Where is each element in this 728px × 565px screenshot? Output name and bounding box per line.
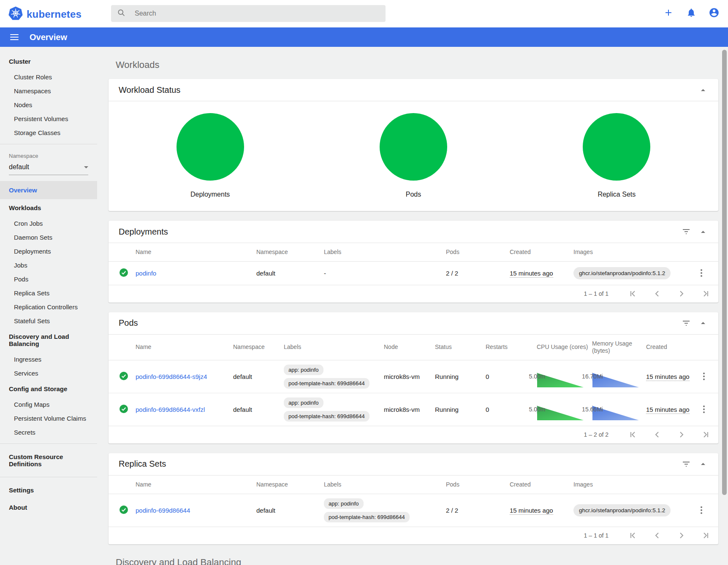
sidebar-header-cluster: Cluster [0,53,97,70]
col-header-name: Name [136,476,256,494]
cell-created: 15 minutes ago [510,270,553,278]
cell-namespace: default [233,393,284,426]
sidebar-item-settings[interactable]: Settings [0,481,97,499]
pods-status-circle [380,113,447,181]
search-input[interactable] [135,10,354,17]
sidebar-header-config: Config and Storage [0,380,97,397]
sidebar-item-services[interactable]: Services [0,366,97,380]
replica-set-name-link[interactable]: podinfo-699d86644 [136,507,190,514]
prev-page-icon[interactable] [651,529,663,542]
scrollbar-thumb[interactable] [722,50,727,495]
col-header-name: Name [136,243,256,262]
sidebar-item-cluster-roles[interactable]: Cluster Roles [0,70,97,84]
label-chip: app: podinfo [324,498,364,509]
deployments-status-chart: Deployments [109,113,312,198]
last-page-icon[interactable] [700,287,712,300]
first-page-icon[interactable] [626,529,639,542]
kebab-menu-icon[interactable] [695,266,708,280]
col-header-name: Name [136,335,233,360]
next-page-icon[interactable] [675,529,688,542]
pod-name-link[interactable]: podinfo-699d86644-vxfzl [136,406,205,413]
vertical-scrollbar[interactable] [721,47,728,565]
col-header-node: Node [384,335,435,360]
checkmark-circle-icon [120,508,128,515]
kubernetes-brand[interactable]: kubernetes [8,6,81,22]
kebab-menu-icon[interactable] [697,370,711,383]
sidebar-item-pods[interactable]: Pods [0,272,97,286]
sidebar-header-workloads: Workloads [0,199,97,216]
cpu-sparkline: 5.00m [537,406,538,414]
section-heading-discovery: Discovery and Load Balancing [116,557,718,565]
last-page-icon[interactable] [700,529,712,542]
sidebar-item-persistent-volumes[interactable]: Persistent Volumes [0,112,97,126]
sidebar-item-custom-resource-definitions[interactable]: Custom Resource Definitions [0,448,97,473]
first-page-icon[interactable] [626,428,639,441]
sidebar-item-config-maps[interactable]: Config Maps [0,397,97,411]
workload-status-card: Workload Status Deployments Pods Replica… [109,79,718,211]
sidebar-header-discovery: Discovery and Load Balancing [0,328,97,352]
replica-sets-status-chart: Replica Sets [515,113,718,198]
col-header-pods: Pods [446,243,510,262]
cell-namespace: default [256,494,324,527]
col-header-memory: Memory Usage (bytes) [592,335,646,360]
collapse-icon[interactable] [695,223,712,240]
table-row: podinfo-699d86644 default app: podinfo p… [109,494,718,527]
sidebar-item-daemon-sets[interactable]: Daemon Sets [0,230,97,244]
sidebar-item-storage-classes[interactable]: Storage Classes [0,126,97,140]
collapse-icon[interactable] [695,315,712,332]
cell-node: microk8s-vm [384,393,435,426]
page-title: Overview [30,32,67,42]
menu-icon[interactable] [10,32,19,42]
sidebar-item-overview[interactable]: Overview [0,181,97,199]
sidebar-item-ingresses[interactable]: Ingresses [0,352,97,366]
next-page-icon[interactable] [675,428,688,441]
main-content: Workloads Workload Status Deployments Po… [97,47,728,565]
cell-node: microk8s-vm [384,360,435,393]
sidebar-item-persistent-volume-claims[interactable]: Persistent Volume Claims [0,411,97,425]
sidebar-item-replica-sets[interactable]: Replica Sets [0,286,97,300]
sidebar-item-cron-jobs[interactable]: Cron Jobs [0,216,97,230]
prev-page-icon[interactable] [651,287,663,300]
collapse-icon[interactable] [695,81,712,98]
first-page-icon[interactable] [626,287,639,300]
account-icon[interactable] [709,7,720,18]
add-icon[interactable] [663,7,674,18]
table-row: podinfo default - 2 / 2 15 minutes ago g… [109,262,718,285]
filter-icon[interactable] [678,315,695,332]
checkmark-circle-icon [120,407,128,414]
pod-name-link[interactable]: podinfo-699d86644-s9jz4 [136,373,207,380]
filter-icon[interactable] [678,223,695,240]
col-header-namespace: Namespace [233,335,284,360]
deployment-name-link[interactable]: podinfo [136,270,156,277]
collapse-icon[interactable] [695,456,712,473]
next-page-icon[interactable] [675,287,688,300]
pods-title: Pods [119,318,678,328]
workload-status-title: Workload Status [119,85,695,95]
sidebar-item-secrets[interactable]: Secrets [0,425,97,439]
sidebar-item-stateful-sets[interactable]: Stateful Sets [0,314,97,328]
sidebar-item-about[interactable]: About [0,499,97,516]
kebab-menu-icon[interactable] [697,403,711,416]
sidebar-item-jobs[interactable]: Jobs [0,258,97,272]
cell-status: Running [435,360,486,393]
namespace-select[interactable]: default [9,163,88,175]
pagination-range: 1 – 1 of 1 [584,290,608,297]
last-page-icon[interactable] [700,428,712,441]
sidebar-item-namespaces[interactable]: Namespaces [0,84,97,98]
notifications-icon[interactable] [686,7,697,18]
replica-sets-table: Name Namespace Labels Pods Created Image… [109,476,718,527]
replica-sets-status-circle [583,113,650,181]
pods-pagination: 1 – 2 of 2 [109,426,718,443]
deployments-title: Deployments [119,227,678,237]
sidebar-item-deployments[interactable]: Deployments [0,244,97,258]
search-bar[interactable] [111,5,386,22]
brand-wordmark: kubernetes [27,8,81,20]
prev-page-icon[interactable] [651,428,663,441]
sidebar-item-nodes[interactable]: Nodes [0,98,97,112]
cell-created: 15 minutes ago [510,507,553,515]
section-heading-workloads: Workloads [116,59,718,70]
filter-icon[interactable] [678,456,695,473]
sidebar-item-replication-controllers[interactable]: Replication Controllers [0,300,97,314]
label-chip: pod-template-hash: 699d86644 [284,411,369,422]
kebab-menu-icon[interactable] [695,503,708,517]
